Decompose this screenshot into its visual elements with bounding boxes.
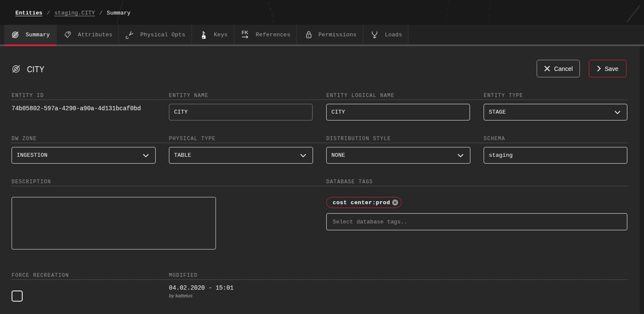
- svg-text:FK: FK: [242, 30, 248, 35]
